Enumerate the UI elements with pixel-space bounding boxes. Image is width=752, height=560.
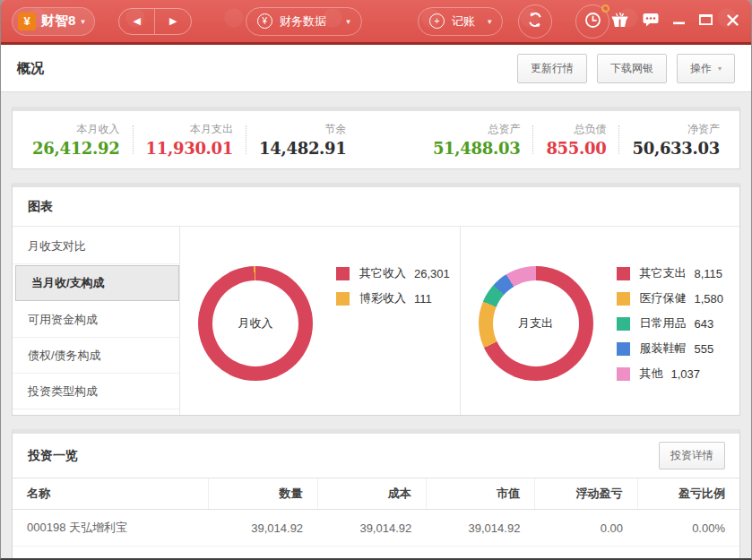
summary-divider [246,125,246,154]
chevron-down-icon: ▾ [346,17,350,26]
table-cell: 000198 天弘增利宝 [13,510,209,547]
column-header: 名称 [13,478,209,510]
charts-section-title: 图表 [13,187,739,227]
bookkeeping-button[interactable]: + 记账 ▾ [418,7,504,36]
table-cell: 39,014.92 [426,510,534,547]
legend-label: 其他 [640,366,663,382]
legend-item: 服装鞋帽555 [617,341,724,356]
table-cell: 6.00 [317,547,426,560]
app-name: 财智8 [41,13,75,30]
table-cell: 42.17% [637,547,739,560]
summary-item: 本月收入26,412.92 [32,122,120,158]
legend-item: 其他1,037 [617,366,724,381]
plus-circle-icon: + [429,13,445,29]
table-cell: 0.00 [534,510,637,547]
chevron-down-icon: ▾ [81,17,85,26]
legend-label: 其它支出 [640,265,687,281]
column-header: 数量 [209,478,317,510]
legend-value: 111 [414,292,432,306]
summary-item-label: 本月支出 [146,122,234,137]
app-menu-button[interactable]: ¥ 财智8 ▾ [12,7,95,36]
legend-label: 日常用品 [640,315,687,332]
legend-item: 其它支出8,115 [617,266,724,280]
summary-item: 总资产51,488.03 [433,122,521,158]
legend-value: 26,301 [414,267,450,280]
investments-panel: 投资一览 投资详情 名称数量成本市值浮动盈亏盈亏比例 000198 天弘增利宝3… [12,429,740,560]
back-button[interactable]: ◀ [119,9,156,34]
summary-item-label: 净资产 [632,122,720,137]
investment-details-button[interactable]: 投资详情 [659,442,725,470]
chart-tab-item[interactable]: 月收支对比 [13,228,179,264]
chart-tab-item[interactable]: 可用资金构成 [13,302,179,338]
legend-label: 其它收入 [359,265,406,281]
gift-button[interactable] [611,13,628,30]
legend-item: 其它收入26,301 [336,266,450,280]
refresh-button[interactable] [518,4,552,39]
chart-legend: 其它收入26,301博彩收入111 [336,264,450,316]
chart-tab-item[interactable]: 债权/债务构成 [13,338,179,374]
column-header: 成本 [317,478,426,510]
summary-item-label: 本月收入 [32,122,120,137]
page-title: 概况 [17,60,44,77]
minimize-button[interactable] [673,13,685,30]
summary-item-value: 855.00 [546,139,606,158]
feedback-button[interactable] [643,13,659,30]
summary-item-value: 50,633.03 [632,139,720,158]
operations-button[interactable]: 操作▾ [677,54,735,83]
table-cell: 1.00 [209,547,317,560]
chevron-down-icon: ▾ [718,65,722,73]
summary-item-value: 14,482.91 [259,139,347,158]
close-icon [727,14,739,29]
app-window: ¥ 财智8 ▾ ◀ ▶ ¥ 财务数据 ▾ + 记账 ▾ [0,0,752,560]
table-row[interactable]: 600004 白云机场1.006.008.532.5342.17% [13,547,739,560]
update-quotes-button[interactable]: 更新行情 [517,54,587,83]
header-actions: 更新行情下载网银操作▾ [517,54,735,83]
legend-swatch [617,317,630,331]
chart-tab-selected[interactable]: 当月收/支构成 [15,265,179,301]
summary-item: 节余14,482.91 [259,122,347,158]
legend-swatch [336,267,350,280]
legend-label: 服装鞋帽 [640,340,687,357]
legend-item: 日常用品643 [617,316,724,331]
schedule-button[interactable] [575,4,609,39]
notification-dot [601,4,609,13]
column-header: 浮动盈亏 [534,478,637,510]
window-controls [611,13,740,30]
chart-tab-item[interactable]: 投资类型构成 [13,374,179,409]
investments-header: 投资一览 投资详情 [13,434,739,478]
gift-icon [611,13,628,30]
legend-swatch [617,342,630,356]
table-row[interactable]: 000198 天弘增利宝39,014.9239,014.9239,014.920… [13,510,739,547]
forward-button[interactable]: ▶ [155,9,191,34]
minimize-icon [673,14,685,28]
donut-hole: 月支出 [493,280,579,366]
download-ebank-button[interactable]: 下载网银 [597,54,667,83]
chat-bubble-icon [643,13,659,30]
button-label: 更新行情 [531,61,574,76]
legend-swatch [617,367,630,381]
table-cell: 600004 白云机场 [13,547,209,560]
summary-item-label: 节余 [259,122,347,137]
close-button[interactable] [727,13,739,30]
table-cell: 39,014.92 [209,510,317,547]
yuan-logo-icon: ¥ [18,13,36,30]
column-header: 盈亏比例 [637,478,739,510]
finance-data-button[interactable]: ¥ 财务数据 ▾ [246,7,362,36]
maximize-button[interactable] [699,13,713,30]
chevron-down-icon: ▾ [488,17,492,26]
maximize-icon [699,14,713,28]
income-chart-area: 月收入其它收入26,301博彩收入111 [180,227,461,415]
legend-label: 医疗保健 [640,290,687,306]
table-cell: 8.53 [426,547,534,560]
bookkeeping-label: 记账 [452,13,475,30]
refresh-icon [527,12,543,30]
column-header: 市值 [426,478,534,510]
legend-swatch [617,267,630,280]
table-cell: 0.00% [637,510,739,547]
legend-swatch [336,292,350,306]
legend-item: 博彩收入111 [336,291,450,306]
yuan-circle-icon: ¥ [257,13,272,29]
donut-chart: 月收入 [198,266,313,381]
button-label: 下载网银 [610,61,653,76]
titlebar: ¥ 财智8 ▾ ◀ ▶ ¥ 财务数据 ▾ + 记账 ▾ [1,0,751,45]
